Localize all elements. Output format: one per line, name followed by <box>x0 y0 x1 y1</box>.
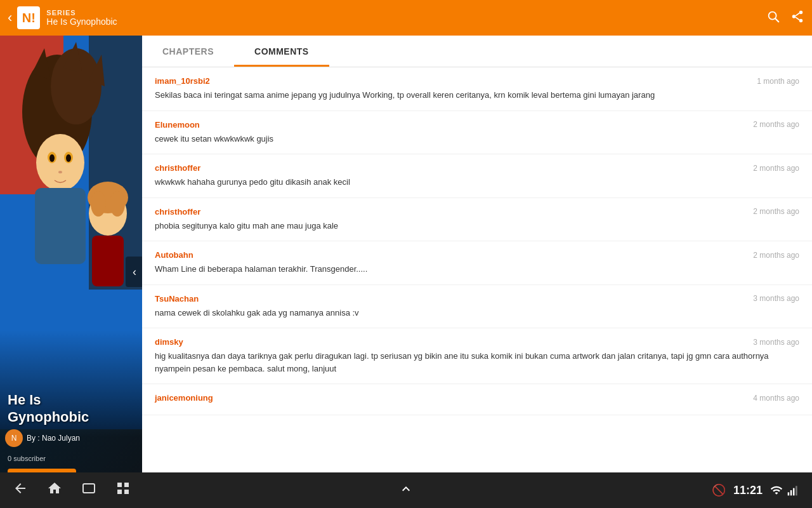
comment-username[interactable]: christhoffer <box>155 207 200 217</box>
svg-point-4 <box>799 18 803 22</box>
comment-item: christhoffer 2 months ago phobia segitun… <box>142 198 812 242</box>
subscriber-count: 0 subscriber <box>8 455 46 462</box>
comment-text: phobia segitunya kalo gitu mah ane mau j… <box>155 220 799 232</box>
left-panel: He IsGynophobic N By : Nao Julyan 0 subs… <box>0 36 142 508</box>
svg-rect-29 <box>83 484 95 493</box>
svg-rect-35 <box>790 490 792 495</box>
comment-text: nama cewek di skolahku gak ada yg namany… <box>155 307 799 319</box>
svg-point-27 <box>110 191 125 217</box>
comment-time: 1 month ago <box>757 77 799 86</box>
svg-rect-36 <box>793 488 795 496</box>
comment-header: imam_10rsbi2 1 month ago <box>155 76 799 86</box>
tabs-bar: CHAPTERS COMMENTS <box>142 36 812 67</box>
series-name: He Is Gynophobic <box>46 17 766 27</box>
author-name: By : Nao Julyan <box>27 434 80 443</box>
comment-item: christhoffer 2 months ago wkwkwk hahaha … <box>142 154 812 198</box>
svg-line-6 <box>796 17 799 20</box>
svg-rect-21 <box>35 188 86 264</box>
comment-username[interactable]: Autobahn <box>155 250 193 260</box>
logo-text: N! <box>22 11 36 25</box>
svg-line-5 <box>796 13 799 15</box>
wifi-icon <box>770 484 783 497</box>
comment-time: 3 months ago <box>753 338 799 347</box>
back-button[interactable]: ‹ <box>8 10 12 26</box>
nav-icons-left <box>13 481 131 500</box>
comment-header: dimsky 3 months ago <box>155 337 799 347</box>
svg-line-1 <box>775 18 778 22</box>
comment-time: 2 months ago <box>753 164 799 173</box>
comment-item: dimsky 3 months ago hig kualitasnya dan … <box>142 328 812 384</box>
title-block: SERIES He Is Gynophobic <box>46 9 766 27</box>
comment-time: 4 months ago <box>753 394 799 403</box>
right-panel: CHAPTERS COMMENTS imam_10rsbi2 1 month a… <box>142 36 812 508</box>
svg-rect-32 <box>117 490 122 494</box>
comment-text: Sekilas baca ini teringat sama anime jep… <box>155 89 799 102</box>
svg-point-20 <box>58 171 62 173</box>
app-logo: N! <box>17 6 40 29</box>
series-label: SERIES <box>46 9 766 17</box>
svg-point-18 <box>49 154 55 162</box>
svg-rect-33 <box>124 490 129 494</box>
comment-username[interactable]: janicemoniung <box>155 393 213 403</box>
svg-point-26 <box>91 191 106 217</box>
comment-username[interactable]: imam_10rsbi2 <box>155 76 210 86</box>
comment-text: cewek itu setan wkwkwkwk gujis <box>155 133 799 145</box>
main-content: He IsGynophobic N By : Nao Julyan 0 subs… <box>0 36 812 508</box>
comment-item: Autobahn 2 months ago Wham Line di beber… <box>142 241 812 285</box>
status-bar-right: 🚫 11:21 <box>712 483 799 497</box>
comment-header: TsuNachan 3 months ago <box>155 294 799 304</box>
comments-list: imam_10rsbi2 1 month ago Sekilas baca in… <box>142 67 812 508</box>
scroll-up-button[interactable] <box>398 481 414 500</box>
author-avatar: N <box>5 429 23 447</box>
comment-time: 3 months ago <box>753 294 799 303</box>
top-bar: ‹ N! SERIES He Is Gynophobic <box>0 0 812 36</box>
comment-username[interactable]: Elunemoon <box>155 120 200 130</box>
comment-item: Elunemoon 2 months ago cewek itu setan w… <box>142 111 812 155</box>
svg-point-2 <box>799 10 803 14</box>
comment-username[interactable]: dimsky <box>155 337 183 347</box>
grid-nav-button[interactable] <box>115 481 131 500</box>
comment-time: 2 months ago <box>753 120 799 129</box>
comment-username[interactable]: TsuNachan <box>155 294 199 304</box>
comment-time: 2 months ago <box>753 207 799 216</box>
svg-point-19 <box>66 154 71 162</box>
comment-header: christhoffer 2 months ago <box>155 163 799 173</box>
status-icons <box>770 484 799 497</box>
svg-point-3 <box>792 15 796 18</box>
comment-text: Wham Line di beberapa halaman terakhir. … <box>155 263 799 276</box>
share-icon[interactable] <box>790 10 804 27</box>
comment-item: TsuNachan 3 months ago nama cewek di sko… <box>142 285 812 329</box>
tab-chapters[interactable]: CHAPTERS <box>142 36 234 67</box>
bottom-navigation-bar: 🚫 11:21 <box>0 472 812 508</box>
clock-display: 11:21 <box>733 484 763 497</box>
home-nav-button[interactable] <box>47 481 62 500</box>
svg-rect-30 <box>117 483 122 487</box>
comment-header: janicemoniung 4 months ago <box>155 393 799 403</box>
comment-item: imam_10rsbi2 1 month ago Sekilas baca in… <box>142 67 812 111</box>
blocked-icon: 🚫 <box>712 483 726 497</box>
comment-text: hig kualitasnya dan daya tariknya gak pe… <box>155 350 799 375</box>
svg-rect-31 <box>124 483 129 487</box>
cover-title: He IsGynophobic <box>8 392 89 425</box>
signal-strength-icon <box>787 484 799 497</box>
collapse-panel-button[interactable]: ‹ <box>126 257 142 287</box>
comment-text: wkwkwk hahaha gurunya pedo gitu dikasih … <box>155 176 799 189</box>
comment-item: janicemoniung 4 months ago <box>142 384 812 415</box>
svg-rect-28 <box>92 236 124 286</box>
comment-header: christhoffer 2 months ago <box>155 207 799 217</box>
svg-rect-34 <box>788 492 790 495</box>
comment-header: Autobahn 2 months ago <box>155 250 799 260</box>
topbar-icons <box>766 10 804 27</box>
search-icon[interactable] <box>766 10 780 27</box>
svg-rect-37 <box>796 486 797 495</box>
tab-comments[interactable]: COMMENTS <box>234 36 329 67</box>
recents-nav-button[interactable] <box>81 481 96 500</box>
cover-author: N By : Nao Julyan <box>5 429 80 447</box>
comment-time: 2 months ago <box>753 251 799 260</box>
comment-username[interactable]: christhoffer <box>155 163 200 173</box>
back-nav-button[interactable] <box>13 481 28 500</box>
comment-header: Elunemoon 2 months ago <box>155 120 799 130</box>
